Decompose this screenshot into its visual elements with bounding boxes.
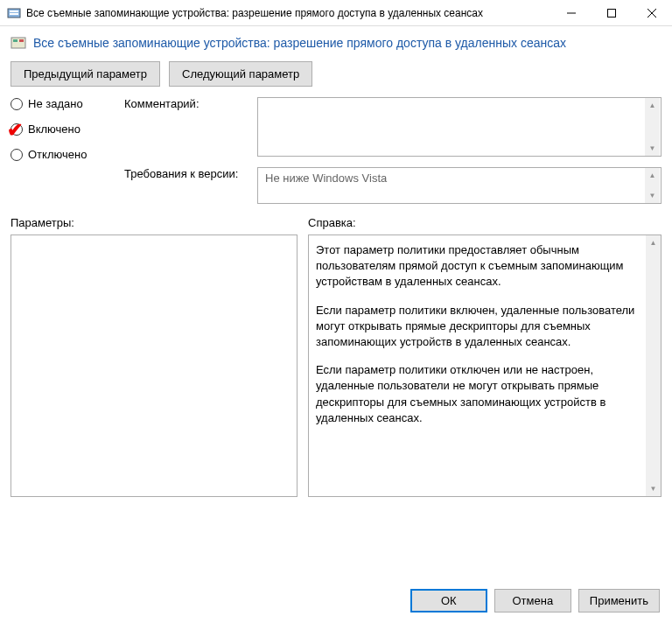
- previous-setting-button[interactable]: Предыдущий параметр: [10, 61, 160, 87]
- help-box: Этот параметр политики предоставляет обы…: [308, 234, 662, 497]
- scroll-up-icon: ▲: [646, 235, 661, 250]
- next-setting-button[interactable]: Следующий параметр: [169, 61, 312, 87]
- parameters-box: [10, 234, 298, 497]
- cancel-button[interactable]: Отмена: [494, 589, 571, 612]
- version-field: Не ниже Windows Vista: [257, 167, 662, 204]
- maximize-button[interactable]: [592, 0, 632, 26]
- svg-rect-2: [10, 13, 18, 15]
- policy-title: Все съемные запоминающие устройства: раз…: [33, 36, 566, 50]
- scrollbar[interactable]: ▲ ▼: [646, 235, 661, 496]
- help-paragraph: Если параметр политики отключен или не н…: [316, 362, 641, 426]
- radio-icon: [10, 149, 23, 161]
- titlebar: Все съемные запоминающие устройства: раз…: [0, 0, 672, 26]
- scroll-down-icon: ▼: [646, 481, 661, 496]
- version-label: Требования к версии:: [124, 167, 247, 180]
- svg-rect-4: [608, 9, 616, 17]
- ok-button[interactable]: ОК: [410, 589, 487, 612]
- scroll-down-icon: ▼: [645, 141, 660, 156]
- policy-icon: [10, 35, 26, 51]
- comment-field[interactable]: [257, 97, 662, 157]
- parameters-label: Параметры:: [10, 216, 298, 229]
- svg-rect-7: [11, 38, 25, 48]
- close-button[interactable]: [632, 0, 672, 26]
- svg-rect-1: [10, 10, 18, 12]
- scrollbar[interactable]: ▲ ▼: [645, 168, 660, 203]
- app-icon: [7, 6, 21, 20]
- help-paragraph: Этот параметр политики предоставляет обы…: [316, 242, 641, 290]
- minimize-button[interactable]: [551, 0, 592, 26]
- scroll-down-icon: ▼: [645, 188, 660, 203]
- scroll-up-icon: ▲: [645, 168, 660, 183]
- radio-label: Включено: [28, 122, 80, 136]
- radio-icon: [10, 98, 23, 110]
- help-label: Справка:: [308, 216, 662, 229]
- radio-disabled[interactable]: Отключено: [10, 148, 114, 161]
- radio-label: Отключено: [28, 148, 87, 161]
- scroll-up-icon: ▲: [645, 98, 660, 113]
- radio-not-configured[interactable]: Не задано: [10, 97, 114, 110]
- radio-label: Не задано: [28, 97, 83, 110]
- scrollbar[interactable]: ▲ ▼: [645, 98, 660, 156]
- help-paragraph: Если параметр политики включен, удаленны…: [316, 303, 641, 351]
- svg-rect-8: [13, 39, 18, 42]
- radio-icon: [10, 123, 23, 136]
- svg-rect-9: [19, 39, 24, 42]
- apply-button[interactable]: Применить: [578, 589, 660, 612]
- window-title: Все съемные запоминающие устройства: раз…: [26, 7, 551, 19]
- radio-enabled[interactable]: ✔ Включено: [10, 122, 114, 136]
- dialog-footer: ОК Отмена Применить: [410, 589, 660, 612]
- comment-label: Комментарий:: [124, 97, 247, 151]
